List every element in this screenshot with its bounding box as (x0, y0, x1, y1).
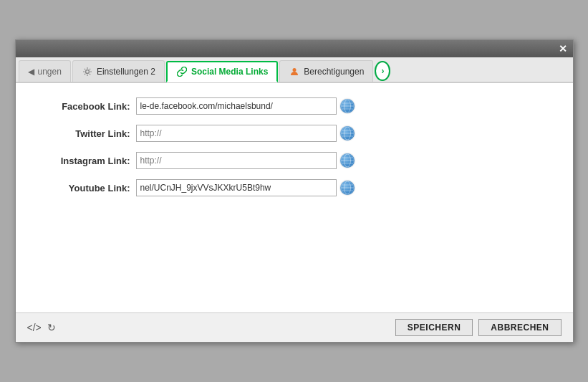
facebook-label: Facebook Link: (37, 101, 130, 112)
tab-bar: ◀ ungen Einstellungen 2 Social Media Lin… (16, 57, 573, 83)
svg-point-0 (85, 70, 89, 73)
user-icon (289, 66, 300, 77)
tab-next-button[interactable]: › (375, 61, 390, 81)
youtube-label: Youtube Link: (37, 183, 130, 194)
svg-point-1 (293, 68, 297, 72)
twitter-row: Twitter Link: (37, 125, 551, 142)
code-icon[interactable]: </> (27, 322, 42, 333)
globe-icon-4 (340, 181, 355, 195)
instagram-globe-button[interactable] (339, 153, 355, 168)
facebook-row: Facebook Link: (37, 97, 551, 115)
globe-icon (340, 99, 355, 113)
facebook-globe-button[interactable] (339, 98, 355, 114)
save-button[interactable]: SPEICHERN (395, 319, 473, 336)
instagram-label: Instagram Link: (37, 156, 130, 166)
title-bar: ✕ (16, 40, 573, 57)
tab-ungen[interactable]: ◀ ungen (19, 60, 71, 82)
youtube-row: Youtube Link: (37, 179, 551, 196)
refresh-icon[interactable]: ↻ (47, 322, 56, 333)
twitter-input[interactable] (136, 125, 337, 142)
footer-left: </> ↻ (27, 322, 56, 333)
link-icon (176, 66, 188, 77)
tab-berechtigungen-label: Berechtigungen (304, 67, 364, 77)
tab-berechtigungen[interactable]: Berechtigungen (279, 60, 373, 82)
tab-social-media[interactable]: Social Media Links (166, 61, 278, 82)
twitter-globe-button[interactable] (339, 125, 355, 141)
tab-prev-icon: ◀ (28, 67, 34, 77)
tab-social-media-label: Social Media Links (191, 67, 268, 77)
globe-icon-2 (340, 126, 355, 140)
instagram-input[interactable] (136, 152, 337, 169)
gear-icon (82, 66, 93, 77)
tab-einstellungen2[interactable]: Einstellungen 2 (72, 60, 165, 82)
tab-einstellungen2-label: Einstellungen 2 (97, 67, 155, 77)
tab-ungen-label: ungen (38, 67, 62, 77)
close-button[interactable]: ✕ (557, 44, 569, 54)
cancel-button[interactable]: ABBRECHEN (478, 319, 561, 336)
youtube-input[interactable] (136, 179, 337, 196)
dialog: ✕ ◀ ungen Einstellungen 2 (15, 39, 574, 343)
facebook-input[interactable] (136, 97, 337, 115)
chevron-right-icon: › (381, 66, 384, 76)
footer-bar: </> ↻ SPEICHERN ABBRECHEN (16, 312, 573, 342)
youtube-globe-button[interactable] (339, 180, 355, 196)
instagram-row: Instagram Link: (37, 152, 551, 169)
twitter-label: Twitter Link: (37, 128, 130, 139)
globe-icon-3 (340, 153, 355, 168)
content-area: Facebook Link: Twitter Link: (16, 83, 573, 312)
